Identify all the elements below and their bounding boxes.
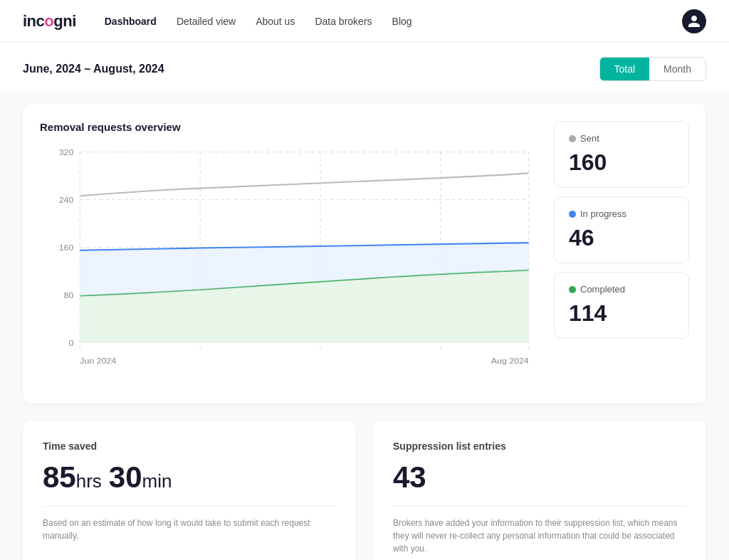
divider2 [393, 506, 686, 507]
user-avatar[interactable] [682, 9, 706, 33]
completed-value: 114 [569, 300, 674, 327]
bottom-cards: Time saved 85hrs 30min Based on an estim… [23, 421, 706, 560]
sent-value: 160 [569, 149, 674, 176]
stat-completed-label: Completed [569, 284, 674, 295]
nav-dashboard[interactable]: Dashboard [105, 16, 157, 27]
chart-title: Removal requests overview [40, 121, 537, 133]
svg-text:320: 320 [59, 147, 74, 157]
divider [43, 506, 336, 507]
svg-text:240: 240 [59, 195, 74, 205]
chart-area: Removal requests overview 320 [40, 121, 537, 386]
main-content: Removal requests overview 320 [0, 93, 729, 560]
stat-sent: Sent 160 [554, 121, 689, 188]
svg-text:Aug 2024: Aug 2024 [491, 356, 529, 366]
suppression-title: Suppression list entries [393, 440, 686, 452]
nav-detailed-view[interactable]: Detailed view [177, 16, 236, 27]
line-chart-svg: 320 240 160 80 0 Jun 2024 Aug 2024 [40, 144, 537, 386]
toggle-total[interactable]: Total [600, 58, 650, 80]
time-saved-card: Time saved 85hrs 30min Based on an estim… [23, 421, 356, 560]
dot-blue [569, 211, 576, 218]
nav-blog[interactable]: Blog [392, 16, 412, 27]
minutes-unit: min [142, 470, 172, 492]
svg-text:80: 80 [64, 290, 74, 300]
stat-in-progress: In progress 46 [554, 196, 689, 263]
logo[interactable]: incogni [23, 12, 76, 31]
svg-text:0: 0 [68, 338, 73, 348]
svg-text:Jun 2024: Jun 2024 [80, 356, 116, 366]
main-nav: Dashboard Detailed view About us Data br… [105, 16, 682, 27]
in-progress-label-text: In progress [580, 208, 626, 219]
stat-completed: Completed 114 [554, 272, 689, 339]
suppression-desc: Brokers have added your information to t… [393, 517, 686, 555]
stat-sent-label: Sent [569, 133, 674, 144]
stats-panels: Sent 160 In progress 46 Completed 114 [554, 121, 689, 386]
time-saved-value: 85hrs 30min [43, 460, 336, 495]
time-saved-title: Time saved [43, 440, 336, 452]
date-bar: June, 2024 – August, 2024 Total Month [0, 43, 729, 93]
date-range: June, 2024 – August, 2024 [23, 63, 164, 75]
toggle-month[interactable]: Month [649, 58, 706, 80]
time-saved-desc: Based on an estimate of how long it woul… [43, 517, 336, 542]
svg-text:160: 160 [59, 243, 74, 253]
chart-container: 320 240 160 80 0 Jun 2024 Aug 2024 [40, 144, 537, 386]
view-toggle: Total Month [599, 57, 707, 81]
chart-card: Removal requests overview 320 [23, 104, 706, 403]
nav-data-brokers[interactable]: Data brokers [315, 16, 372, 27]
completed-label-text: Completed [580, 284, 625, 295]
sent-label-text: Sent [580, 133, 599, 144]
in-progress-value: 46 [569, 225, 674, 251]
stat-in-progress-label: In progress [569, 208, 674, 219]
dot-green [569, 286, 576, 293]
dot-gray [569, 135, 576, 142]
header: incogni Dashboard Detailed view About us… [0, 0, 729, 43]
nav-about-us[interactable]: About us [256, 16, 295, 27]
hours-value: 85 [43, 460, 76, 494]
minutes-value: 30 [109, 460, 142, 494]
suppression-card: Suppression list entries 43 Brokers have… [373, 421, 706, 560]
hours-unit: hrs [76, 470, 102, 492]
suppression-value: 43 [393, 460, 686, 495]
